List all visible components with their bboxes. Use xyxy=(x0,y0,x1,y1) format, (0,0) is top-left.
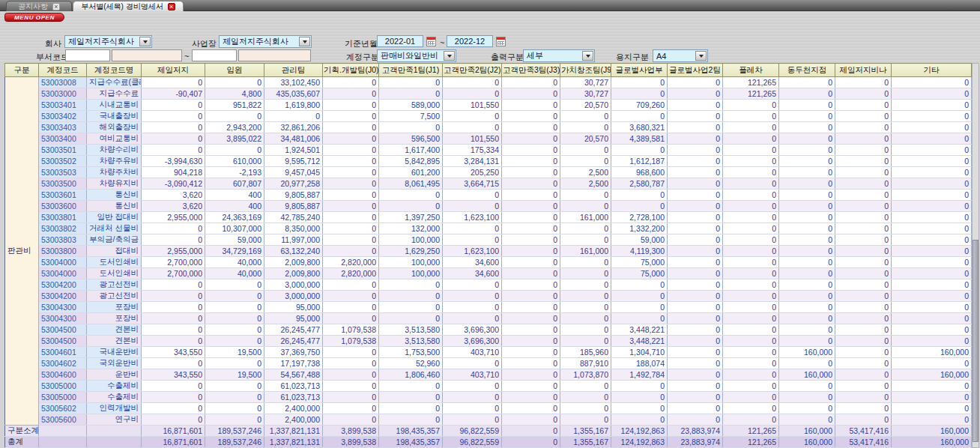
table-row[interactable]: 53004600운반비343,55019,50054,567,48801,806… xyxy=(5,369,972,381)
amount-cell[interactable]: 0 xyxy=(379,403,443,414)
amount-cell[interactable]: 0 xyxy=(723,313,779,324)
amount-cell[interactable]: 198,435,357 xyxy=(379,426,443,437)
table-row[interactable]: 53003502차량주유비-3,994,630610,0009,595,7120… xyxy=(5,156,972,167)
amount-cell[interactable]: 0 xyxy=(723,122,779,133)
chevron-down-icon[interactable] xyxy=(139,37,151,46)
amount-cell[interactable]: 4,389,581 xyxy=(611,133,668,145)
amount-cell[interactable]: 4,800 xyxy=(205,88,264,100)
amount-cell[interactable]: 0 xyxy=(723,302,779,313)
amount-cell[interactable]: 0 xyxy=(323,178,379,190)
amount-cell[interactable]: 0 xyxy=(835,122,892,133)
table-row[interactable]: 53003400여비교통비03,895,02234,481,0060596,50… xyxy=(5,133,972,145)
amount-cell[interactable]: 0 xyxy=(779,336,835,347)
amount-cell[interactable]: 1,073,870 xyxy=(560,369,611,381)
amount-cell[interactable]: 3,895,022 xyxy=(205,133,264,145)
account-name-cell[interactable]: 차량수리비 xyxy=(87,145,142,156)
amount-cell[interactable]: 2,820,000 xyxy=(323,257,379,268)
amount-cell[interactable]: 0 xyxy=(443,313,502,324)
amount-cell[interactable]: 59,000 xyxy=(205,234,264,246)
amount-cell[interactable]: 9,595,712 xyxy=(264,156,323,167)
table-row[interactable]: 53005600연구비002,400,00000000000000 xyxy=(5,414,972,426)
amount-cell[interactable]: 0 xyxy=(560,392,611,403)
amount-cell[interactable]: 1,304,710 xyxy=(611,347,668,358)
amount-cell[interactable]: 198,435,357 xyxy=(379,437,443,448)
amount-cell[interactable]: 0 xyxy=(892,358,972,369)
account-name-cell[interactable]: 도서인쇄비 xyxy=(87,268,142,279)
amount-cell[interactable]: 343,550 xyxy=(142,347,205,358)
amount-cell[interactable]: 0 xyxy=(892,324,972,336)
account-code-cell[interactable]: 53003500 xyxy=(39,178,87,190)
account-code-cell[interactable]: 53004200 xyxy=(39,291,87,302)
amount-cell[interactable]: 0 xyxy=(142,145,205,156)
amount-cell[interactable]: 0 xyxy=(502,190,560,201)
amount-cell[interactable]: 0 xyxy=(668,167,723,178)
account-name-cell[interactable]: 수출제비 xyxy=(87,392,142,403)
amount-cell[interactable]: 0 xyxy=(779,403,835,414)
amount-cell[interactable]: 23,883,974 xyxy=(668,437,723,448)
amount-cell[interactable]: 0 xyxy=(835,392,892,403)
amount-cell[interactable]: 0 xyxy=(379,201,443,212)
amount-cell[interactable]: 0 xyxy=(723,369,779,381)
amount-cell[interactable]: 0 xyxy=(723,347,779,358)
amount-cell[interactable]: 0 xyxy=(142,279,205,291)
amount-cell[interactable]: 1,492,784 xyxy=(611,369,668,381)
amount-cell[interactable]: 0 xyxy=(142,111,205,122)
amount-cell[interactable]: 0 xyxy=(779,190,835,201)
amount-cell[interactable]: 3,284,131 xyxy=(443,156,502,167)
amount-cell[interactable]: 403,710 xyxy=(443,347,502,358)
account-code-cell[interactable]: 53003000 xyxy=(39,88,87,100)
amount-cell[interactable]: 1,619,800 xyxy=(264,100,323,111)
menu-open-button[interactable]: MENU OPEN xyxy=(4,13,64,22)
account-name-cell[interactable] xyxy=(87,437,142,448)
table-row[interactable]: 53003402국내출장비00007,500000000000 xyxy=(5,111,972,122)
amount-cell[interactable]: 0 xyxy=(502,77,560,88)
amount-cell[interactable]: 0 xyxy=(502,369,560,381)
amount-cell[interactable]: 0 xyxy=(835,403,892,414)
amount-cell[interactable]: 34,600 xyxy=(443,268,502,279)
amount-cell[interactable]: 0 xyxy=(723,246,779,257)
amount-cell[interactable]: 0 xyxy=(443,201,502,212)
amount-cell[interactable]: 0 xyxy=(379,414,443,426)
amount-cell[interactable]: 0 xyxy=(892,145,972,156)
amount-cell[interactable]: 0 xyxy=(779,414,835,426)
amount-cell[interactable]: 0 xyxy=(892,403,972,414)
amount-cell[interactable]: 0 xyxy=(205,403,264,414)
amount-cell[interactable]: 0 xyxy=(205,77,264,88)
amount-cell[interactable]: 0 xyxy=(502,246,560,257)
amount-cell[interactable]: 0 xyxy=(379,392,443,403)
account-name-cell[interactable]: 접대비 xyxy=(87,246,142,257)
account-code-cell[interactable]: 53005600 xyxy=(39,414,87,426)
amount-cell[interactable]: 0 xyxy=(443,403,502,414)
amount-cell[interactable]: 0 xyxy=(892,246,972,257)
output-type-select[interactable]: 세부 xyxy=(523,49,595,62)
amount-cell[interactable]: 3,448,221 xyxy=(611,336,668,347)
amount-cell[interactable]: 0 xyxy=(205,358,264,369)
account-code-cell[interactable]: 53004602 xyxy=(39,358,87,369)
amount-cell[interactable]: 0 xyxy=(611,190,668,201)
amount-cell[interactable]: 0 xyxy=(892,77,972,88)
account-code-cell[interactable]: 53004000 xyxy=(39,268,87,279)
amount-cell[interactable]: 26,245,477 xyxy=(264,324,323,336)
amount-cell[interactable]: 0 xyxy=(379,77,443,88)
amount-cell[interactable]: 0 xyxy=(835,156,892,167)
amount-cell[interactable]: 0 xyxy=(560,302,611,313)
account-name-cell[interactable]: 해외출장비 xyxy=(87,122,142,133)
chevron-down-icon[interactable] xyxy=(444,51,455,61)
amount-cell[interactable]: 887,910 xyxy=(560,358,611,369)
amount-cell[interactable]: 400 xyxy=(205,190,264,201)
amount-cell[interactable]: 0 xyxy=(723,156,779,167)
amount-cell[interactable]: 1,617,400 xyxy=(379,145,443,156)
amount-cell[interactable]: 0 xyxy=(892,133,972,145)
amount-cell[interactable]: 0 xyxy=(560,122,611,133)
amount-cell[interactable]: 0 xyxy=(835,358,892,369)
table-row[interactable]: 53004200광고선전비003,000,00000000000000 xyxy=(5,291,972,302)
amount-cell[interactable]: 0 xyxy=(502,156,560,167)
amount-cell[interactable]: 0 xyxy=(205,291,264,302)
amount-cell[interactable]: 0 xyxy=(142,100,205,111)
amount-cell[interactable]: 0 xyxy=(502,111,560,122)
amount-cell[interactable]: 0 xyxy=(443,223,502,234)
amount-cell[interactable]: 0 xyxy=(779,122,835,133)
account-name-cell[interactable]: 통신비 xyxy=(87,190,142,201)
amount-cell[interactable]: 1,397,250 xyxy=(379,212,443,223)
amount-cell[interactable]: 0 xyxy=(668,268,723,279)
